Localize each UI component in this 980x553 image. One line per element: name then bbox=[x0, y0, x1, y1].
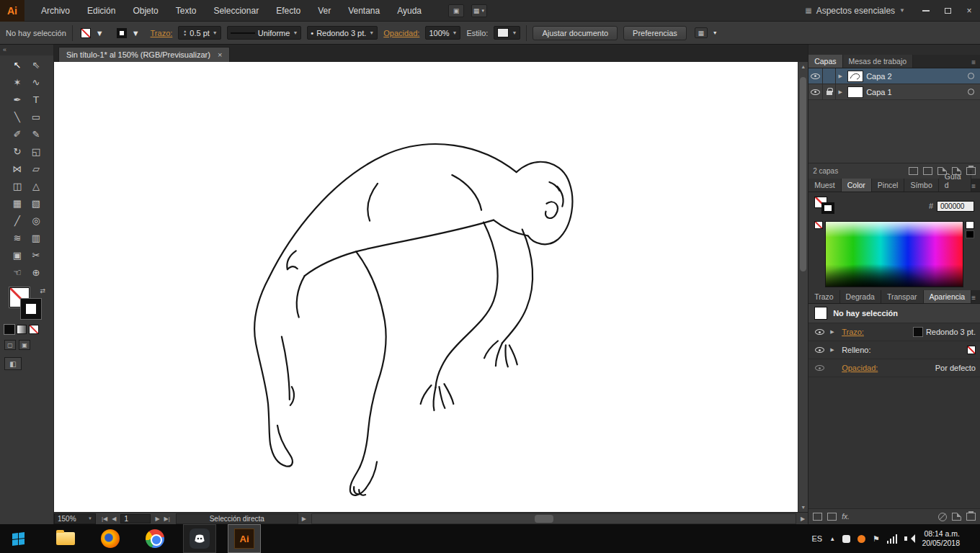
appearance-fill-row[interactable]: ▶ Relleno: bbox=[808, 341, 980, 359]
stroke-swatch-black[interactable] bbox=[21, 299, 41, 319]
fill-color-combo[interactable]: ▼ bbox=[79, 25, 109, 40]
language-indicator[interactable]: ES bbox=[811, 534, 822, 543]
panel-menu-icon[interactable]: ≡ bbox=[971, 58, 980, 68]
eye-icon[interactable] bbox=[811, 73, 820, 79]
layer-name[interactable]: Capa 1 bbox=[866, 88, 968, 96]
lock-cell[interactable] bbox=[823, 84, 836, 99]
restore-button[interactable] bbox=[937, 0, 958, 22]
gradient-tool[interactable]: ▧ bbox=[27, 195, 45, 212]
visibility-cell[interactable] bbox=[808, 84, 823, 99]
menu-seleccionar[interactable]: Seleccionar bbox=[205, 1, 267, 21]
delete-item-icon[interactable] bbox=[966, 513, 976, 521]
eyedropper-tool[interactable]: ╱ bbox=[8, 212, 27, 230]
symbol-sprayer-tool[interactable]: ≋ bbox=[8, 230, 27, 247]
color-button[interactable] bbox=[4, 325, 14, 334]
minimize-button[interactable] bbox=[915, 0, 937, 22]
lock-cell[interactable] bbox=[823, 68, 836, 84]
layer-thumbnail[interactable] bbox=[847, 86, 863, 98]
target-circle-icon[interactable] bbox=[968, 89, 974, 95]
add-effect-icon[interactable]: fx. bbox=[842, 513, 850, 521]
perspective-grid-tool[interactable]: △ bbox=[27, 178, 45, 195]
expand-triangle-icon[interactable]: ▶ bbox=[830, 329, 837, 335]
stroke-link[interactable]: Trazo: bbox=[842, 328, 864, 336]
eye-icon[interactable] bbox=[815, 329, 824, 335]
fill-none-swatch[interactable] bbox=[967, 346, 976, 354]
column-graph-tool[interactable]: ▥ bbox=[27, 230, 45, 247]
action-center-flag-icon[interactable]: ⚑ bbox=[873, 534, 880, 544]
none-button[interactable] bbox=[29, 325, 39, 334]
add-new-stroke-icon[interactable] bbox=[813, 513, 822, 521]
pencil-tool[interactable]: ✎ bbox=[27, 126, 45, 143]
tray-app-icon-2[interactable] bbox=[858, 535, 865, 543]
gradient-button[interactable] bbox=[17, 325, 27, 334]
zoom-tool[interactable]: ⊕ bbox=[27, 264, 45, 282]
visibility-cell[interactable] bbox=[808, 68, 823, 84]
rectangle-tool[interactable]: ▭ bbox=[27, 109, 45, 126]
tab-simbolos[interactable]: Símbo bbox=[904, 179, 938, 192]
last-artboard-icon[interactable]: ▶| bbox=[164, 516, 170, 522]
opacity-panel-link[interactable]: Opacidad: bbox=[383, 29, 419, 37]
eye-icon[interactable] bbox=[811, 89, 820, 95]
selection-tool[interactable]: ↖ bbox=[8, 57, 27, 74]
hand-tool[interactable]: ☜ bbox=[8, 264, 27, 282]
menu-ventana[interactable]: Ventana bbox=[340, 1, 388, 21]
layer-name[interactable]: Capa 2 bbox=[866, 72, 968, 81]
direct-selection-tool[interactable]: ⇖ bbox=[27, 57, 45, 74]
firefox-button[interactable] bbox=[94, 524, 127, 553]
stroke-color-combo[interactable]: ▼ bbox=[115, 25, 145, 40]
menu-archivo[interactable]: Archivo bbox=[33, 1, 78, 21]
start-button[interactable] bbox=[0, 524, 36, 553]
line-segment-tool[interactable]: ╲ bbox=[8, 109, 27, 126]
mesh-tool[interactable]: ▦ bbox=[8, 195, 27, 212]
vertical-scrollbar[interactable]: ▲ ▼ bbox=[798, 62, 808, 512]
expand-triangle-icon[interactable]: ▶ bbox=[830, 347, 837, 353]
prev-artboard-icon[interactable]: ◀ bbox=[112, 516, 116, 522]
expand-triangle-icon[interactable]: ▶ bbox=[836, 89, 845, 95]
pen-tool[interactable]: ✒ bbox=[8, 91, 27, 109]
vertical-scroll-track[interactable] bbox=[798, 71, 808, 503]
bridge-icon[interactable]: ▣ bbox=[448, 4, 464, 17]
scale-tool[interactable]: ◱ bbox=[27, 143, 45, 161]
layer-thumbnail[interactable] bbox=[847, 71, 863, 82]
workspace-switcher[interactable]: ▦ Aspectos esenciales ▼ bbox=[805, 6, 905, 16]
tab-mesas-de-trabajo[interactable]: Mesas de trabajo bbox=[843, 55, 914, 68]
clock[interactable]: 08:14 a.m. 20/05/2018 bbox=[922, 529, 966, 548]
horizontal-scroll-track[interactable] bbox=[311, 513, 796, 524]
none-color-swatch[interactable] bbox=[814, 221, 823, 229]
screen-mode-button[interactable]: ◧ bbox=[4, 357, 22, 370]
appearance-stroke-row[interactable]: ▶ Trazo: Redondo 3 pt. bbox=[808, 323, 980, 341]
tab-muestras[interactable]: Muest bbox=[808, 179, 842, 192]
menu-efecto[interactable]: Efecto bbox=[268, 1, 308, 21]
panel-menu-icon[interactable]: ≡ bbox=[971, 182, 980, 192]
document-tab[interactable]: Sin título-1* al 150% (RGB/Previsualizar… bbox=[58, 47, 230, 62]
tab-transparencia[interactable]: Transpar bbox=[881, 290, 924, 303]
scroll-right-icon[interactable]: ▶ bbox=[798, 516, 808, 522]
swap-fill-stroke-icon[interactable]: ⇄ bbox=[40, 287, 45, 295]
canvas[interactable] bbox=[54, 62, 798, 512]
status-tool-indicator[interactable]: Selección directa bbox=[176, 513, 298, 524]
status-menu-icon[interactable]: ▶ bbox=[298, 516, 310, 522]
hex-value-field[interactable]: 000000 bbox=[937, 201, 974, 212]
color-fill-stroke-indicator[interactable] bbox=[814, 197, 839, 215]
zoom-level-combo[interactable]: 150% ▼ bbox=[54, 513, 96, 524]
target-circle-icon[interactable] bbox=[968, 73, 974, 79]
stroke-panel-link[interactable]: Trazo: bbox=[151, 29, 173, 37]
select-similar-combo[interactable]: ▦▼ bbox=[692, 25, 723, 40]
draw-behind-icon[interactable]: ▣ bbox=[19, 340, 30, 350]
next-artboard-icon[interactable]: ▶ bbox=[155, 516, 159, 522]
network-icon[interactable] bbox=[887, 534, 898, 544]
menu-ver[interactable]: Ver bbox=[310, 1, 339, 21]
variable-width-profile-combo[interactable]: Uniforme ▼ bbox=[227, 26, 302, 40]
volume-icon[interactable] bbox=[904, 534, 914, 543]
delete-layer-icon[interactable] bbox=[966, 167, 976, 175]
menu-texto[interactable]: Texto bbox=[168, 1, 205, 21]
magic-wand-tool[interactable]: ✶ bbox=[8, 74, 27, 91]
lasso-tool[interactable]: ∿ bbox=[27, 74, 45, 91]
artboard-number-field[interactable]: 1 bbox=[120, 514, 151, 523]
brush-definition-combo[interactable]: • Redondo 3 pt. ▼ bbox=[307, 26, 378, 40]
arrange-documents-icon[interactable]: ▦▼ bbox=[471, 4, 487, 17]
hidden-icons-chevron[interactable]: ▲ bbox=[829, 536, 835, 542]
opacity-combo[interactable]: 100% ▼ bbox=[425, 26, 460, 40]
chrome-button[interactable] bbox=[138, 524, 172, 553]
close-button[interactable]: × bbox=[958, 0, 980, 22]
